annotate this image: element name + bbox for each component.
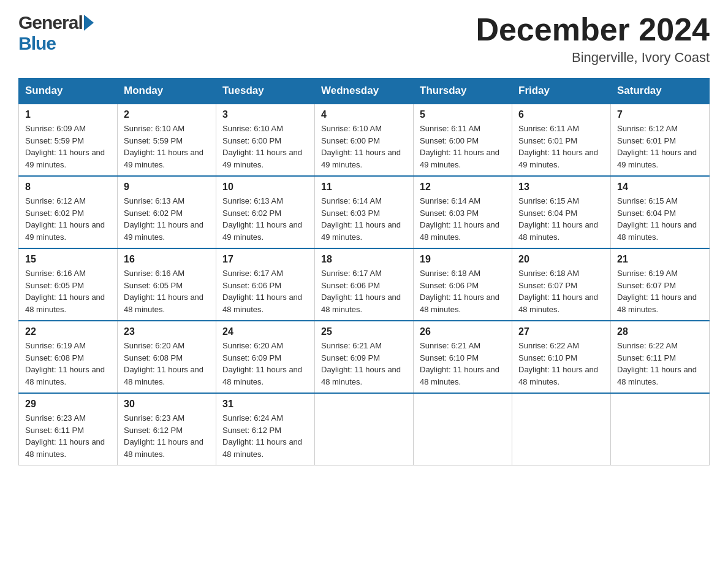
day-number: 31 <box>222 399 308 410</box>
table-row: 8Sunrise: 6:12 AMSunset: 6:02 PMDaylight… <box>19 176 118 248</box>
day-number: 12 <box>420 182 506 193</box>
table-row: 26Sunrise: 6:21 AMSunset: 6:10 PMDayligh… <box>414 321 512 393</box>
day-number: 3 <box>222 109 308 120</box>
table-row: 27Sunrise: 6:22 AMSunset: 6:10 PMDayligh… <box>512 321 611 393</box>
day-info: Sunrise: 6:18 AMSunset: 6:07 PMDaylight:… <box>518 267 604 315</box>
calendar-header-row: SundayMondayTuesdayWednesdayThursdayFrid… <box>19 79 710 104</box>
table-row: 20Sunrise: 6:18 AMSunset: 6:07 PMDayligh… <box>512 248 611 321</box>
day-number: 25 <box>321 326 407 337</box>
day-info: Sunrise: 6:22 AMSunset: 6:11 PMDaylight:… <box>617 340 703 388</box>
day-number: 18 <box>321 254 407 265</box>
day-info: Sunrise: 6:17 AMSunset: 6:06 PMDaylight:… <box>222 267 308 315</box>
table-row: 29Sunrise: 6:23 AMSunset: 6:11 PMDayligh… <box>19 393 118 465</box>
day-info: Sunrise: 6:21 AMSunset: 6:10 PMDaylight:… <box>420 340 506 388</box>
day-of-week-header: Wednesday <box>315 79 414 104</box>
page-header: General Blue December 2024 Bingerville, … <box>18 12 710 66</box>
day-info: Sunrise: 6:14 AMSunset: 6:03 PMDaylight:… <box>420 195 506 243</box>
table-row: 17Sunrise: 6:17 AMSunset: 6:06 PMDayligh… <box>216 248 315 321</box>
day-of-week-header: Monday <box>118 79 216 104</box>
calendar-week-row: 15Sunrise: 6:16 AMSunset: 6:05 PMDayligh… <box>19 248 710 321</box>
calendar-week-row: 8Sunrise: 6:12 AMSunset: 6:02 PMDaylight… <box>19 176 710 248</box>
day-info: Sunrise: 6:14 AMSunset: 6:03 PMDaylight:… <box>321 195 407 243</box>
day-number: 11 <box>321 182 407 193</box>
day-number: 19 <box>420 254 506 265</box>
day-number: 20 <box>518 254 604 265</box>
day-number: 15 <box>25 254 111 265</box>
day-number: 16 <box>124 254 210 265</box>
day-number: 17 <box>222 254 308 265</box>
day-of-week-header: Sunday <box>19 79 118 104</box>
table-row <box>315 393 414 465</box>
table-row: 14Sunrise: 6:15 AMSunset: 6:04 PMDayligh… <box>611 176 710 248</box>
table-row: 25Sunrise: 6:21 AMSunset: 6:09 PMDayligh… <box>315 321 414 393</box>
day-number: 26 <box>420 326 506 337</box>
table-row: 4Sunrise: 6:10 AMSunset: 6:00 PMDaylight… <box>315 104 414 176</box>
day-info: Sunrise: 6:20 AMSunset: 6:09 PMDaylight:… <box>222 340 308 388</box>
table-row: 22Sunrise: 6:19 AMSunset: 6:08 PMDayligh… <box>19 321 118 393</box>
day-of-week-header: Friday <box>512 79 611 104</box>
day-number: 22 <box>25 326 111 337</box>
day-info: Sunrise: 6:11 AMSunset: 6:01 PMDaylight:… <box>518 123 604 170</box>
month-title: December 2024 <box>476 12 710 47</box>
day-info: Sunrise: 6:20 AMSunset: 6:08 PMDaylight:… <box>124 340 210 388</box>
day-info: Sunrise: 6:13 AMSunset: 6:02 PMDaylight:… <box>124 195 210 243</box>
table-row: 13Sunrise: 6:15 AMSunset: 6:04 PMDayligh… <box>512 176 611 248</box>
logo: General Blue <box>18 12 94 54</box>
table-row: 24Sunrise: 6:20 AMSunset: 6:09 PMDayligh… <box>216 321 315 393</box>
calendar-week-row: 29Sunrise: 6:23 AMSunset: 6:11 PMDayligh… <box>19 393 710 465</box>
location-title: Bingerville, Ivory Coast <box>476 50 710 66</box>
day-info: Sunrise: 6:13 AMSunset: 6:02 PMDaylight:… <box>222 195 308 243</box>
day-number: 10 <box>222 182 308 193</box>
day-info: Sunrise: 6:10 AMSunset: 6:00 PMDaylight:… <box>222 123 308 170</box>
calendar-week-row: 22Sunrise: 6:19 AMSunset: 6:08 PMDayligh… <box>19 321 710 393</box>
day-info: Sunrise: 6:21 AMSunset: 6:09 PMDaylight:… <box>321 340 407 388</box>
day-number: 9 <box>124 182 210 193</box>
table-row <box>611 393 710 465</box>
day-info: Sunrise: 6:24 AMSunset: 6:12 PMDaylight:… <box>222 412 308 460</box>
title-block: December 2024 Bingerville, Ivory Coast <box>476 12 710 66</box>
table-row: 16Sunrise: 6:16 AMSunset: 6:05 PMDayligh… <box>118 248 216 321</box>
day-number: 27 <box>518 326 604 337</box>
day-number: 21 <box>617 254 703 265</box>
table-row: 30Sunrise: 6:23 AMSunset: 6:12 PMDayligh… <box>118 393 216 465</box>
day-info: Sunrise: 6:23 AMSunset: 6:12 PMDaylight:… <box>124 412 210 460</box>
day-info: Sunrise: 6:10 AMSunset: 5:59 PMDaylight:… <box>124 123 210 170</box>
day-info: Sunrise: 6:16 AMSunset: 6:05 PMDaylight:… <box>25 267 111 315</box>
table-row: 31Sunrise: 6:24 AMSunset: 6:12 PMDayligh… <box>216 393 315 465</box>
day-info: Sunrise: 6:23 AMSunset: 6:11 PMDaylight:… <box>25 412 111 460</box>
table-row: 3Sunrise: 6:10 AMSunset: 6:00 PMDaylight… <box>216 104 315 176</box>
logo-chevron-icon <box>84 15 94 31</box>
table-row: 2Sunrise: 6:10 AMSunset: 5:59 PMDaylight… <box>118 104 216 176</box>
day-info: Sunrise: 6:12 AMSunset: 6:01 PMDaylight:… <box>617 123 703 170</box>
day-info: Sunrise: 6:19 AMSunset: 6:07 PMDaylight:… <box>617 267 703 315</box>
table-row: 9Sunrise: 6:13 AMSunset: 6:02 PMDaylight… <box>118 176 216 248</box>
day-number: 1 <box>25 109 111 120</box>
calendar-week-row: 1Sunrise: 6:09 AMSunset: 5:59 PMDaylight… <box>19 104 710 176</box>
day-info: Sunrise: 6:09 AMSunset: 5:59 PMDaylight:… <box>25 123 111 170</box>
day-info: Sunrise: 6:19 AMSunset: 6:08 PMDaylight:… <box>25 340 111 388</box>
table-row: 23Sunrise: 6:20 AMSunset: 6:08 PMDayligh… <box>118 321 216 393</box>
day-number: 4 <box>321 109 407 120</box>
table-row: 7Sunrise: 6:12 AMSunset: 6:01 PMDaylight… <box>611 104 710 176</box>
day-number: 28 <box>617 326 703 337</box>
day-number: 24 <box>222 326 308 337</box>
calendar-table: SundayMondayTuesdayWednesdayThursdayFrid… <box>18 78 710 465</box>
day-of-week-header: Thursday <box>414 79 512 104</box>
day-info: Sunrise: 6:11 AMSunset: 6:00 PMDaylight:… <box>420 123 506 170</box>
day-info: Sunrise: 6:10 AMSunset: 6:00 PMDaylight:… <box>321 123 407 170</box>
table-row <box>414 393 512 465</box>
table-row: 21Sunrise: 6:19 AMSunset: 6:07 PMDayligh… <box>611 248 710 321</box>
day-info: Sunrise: 6:18 AMSunset: 6:06 PMDaylight:… <box>420 267 506 315</box>
day-number: 8 <box>25 182 111 193</box>
day-info: Sunrise: 6:12 AMSunset: 6:02 PMDaylight:… <box>25 195 111 243</box>
day-number: 13 <box>518 182 604 193</box>
table-row: 1Sunrise: 6:09 AMSunset: 5:59 PMDaylight… <box>19 104 118 176</box>
day-number: 7 <box>617 109 703 120</box>
day-info: Sunrise: 6:15 AMSunset: 6:04 PMDaylight:… <box>617 195 703 243</box>
day-number: 30 <box>124 399 210 410</box>
day-number: 5 <box>420 109 506 120</box>
day-info: Sunrise: 6:22 AMSunset: 6:10 PMDaylight:… <box>518 340 604 388</box>
table-row: 6Sunrise: 6:11 AMSunset: 6:01 PMDaylight… <box>512 104 611 176</box>
logo-general-text: General <box>18 12 83 33</box>
table-row: 19Sunrise: 6:18 AMSunset: 6:06 PMDayligh… <box>414 248 512 321</box>
